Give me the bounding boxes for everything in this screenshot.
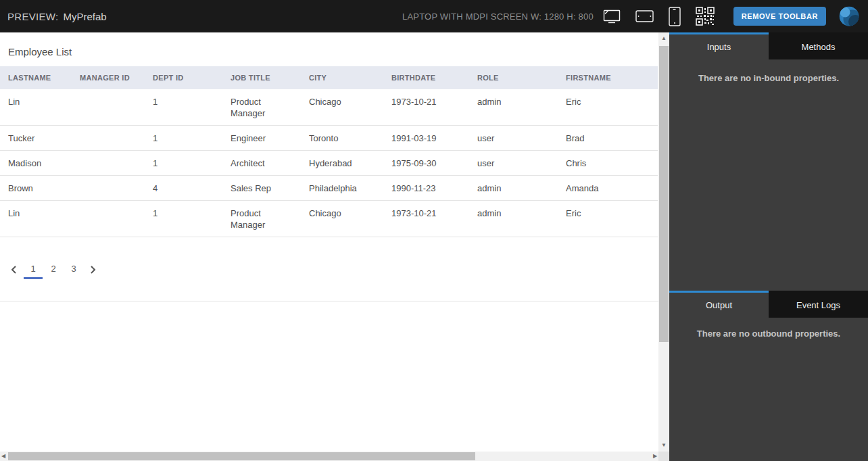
employee-list-widget: Employee List LASTNAMEMANAGER IDDEPT IDJ… — [0, 32, 658, 301]
toolbar-actions: REMOVE TOOLBAR — [603, 0, 863, 32]
table-row[interactable]: Tucker1EngineerToronto1991-03-19userBrad — [0, 126, 658, 151]
output-section: Output Event Logs There are no outbound … — [669, 291, 868, 461]
inputs-section: Inputs Methods There are no in-bound pro… — [669, 32, 868, 291]
column-header[interactable]: DEPT ID — [145, 66, 222, 89]
table-cell: admin — [469, 201, 558, 237]
table-cell — [72, 201, 145, 237]
table-cell: Chicago — [301, 89, 383, 126]
device-switcher — [603, 7, 715, 26]
table-cell: 1 — [145, 201, 222, 237]
scroll-up-arrow-icon[interactable]: ▲ — [658, 36, 669, 41]
table-cell: Product Manager — [222, 201, 301, 237]
scroll-down-arrow-icon[interactable]: ▼ — [658, 443, 669, 448]
vertical-scrollbar[interactable]: ▲ ▼ — [658, 32, 669, 452]
table-cell: Eric — [558, 89, 658, 126]
inputs-empty-message: There are no in-bound properties. — [669, 73, 868, 83]
table-cell: Lin — [0, 201, 72, 237]
tab-event-logs[interactable]: Event Logs — [769, 291, 868, 318]
page-button-1[interactable]: 1 — [24, 261, 43, 279]
tab-methods[interactable]: Methods — [769, 32, 868, 59]
preview-title: PREVIEW: MyPrefab — [7, 11, 107, 22]
table-cell: Amanda — [558, 176, 658, 201]
table-cell: 1 — [145, 126, 222, 151]
table-cell: 1991-03-19 — [383, 126, 469, 151]
table-cell — [72, 89, 145, 126]
column-header[interactable]: MANAGER ID — [72, 66, 145, 89]
table-cell: Architect — [222, 151, 301, 176]
pagination-next-button[interactable] — [84, 260, 101, 279]
tab-inputs[interactable]: Inputs — [669, 32, 769, 59]
output-eventlogs-tabs: Output Event Logs — [669, 291, 868, 318]
table-cell: user — [469, 126, 558, 151]
phone-icon[interactable] — [669, 7, 681, 26]
table-cell: Chicago — [301, 201, 383, 237]
table-cell: Brown — [0, 176, 72, 201]
column-header[interactable]: LASTNAME — [0, 66, 72, 89]
remove-toolbar-button[interactable]: REMOVE TOOLBAR — [733, 7, 826, 26]
vertical-scrollbar-thumb[interactable] — [659, 46, 669, 342]
tablet-icon[interactable] — [635, 10, 654, 22]
scroll-left-arrow-icon[interactable]: ◀ — [0, 452, 7, 461]
pagination-prev-button[interactable] — [5, 260, 23, 279]
column-header[interactable]: FIRSTNAME — [558, 66, 658, 89]
table-cell: admin — [469, 89, 558, 126]
inputs-methods-tabs: Inputs Methods — [669, 32, 868, 59]
table-cell: 1973-10-21 — [383, 89, 469, 126]
preview-window: PREVIEW: MyPrefab LAPTOP WITH MDPI SCREE… — [0, 0, 868, 461]
scrollbar-corner — [658, 452, 669, 461]
laptop-icon[interactable] — [603, 9, 621, 24]
table-row[interactable]: Madison1ArchitectHyderabad1975-09-30user… — [0, 151, 658, 176]
prefab-name: MyPrefab — [63, 11, 106, 22]
table-cell: admin — [469, 176, 558, 201]
table-cell: Engineer — [222, 126, 301, 151]
table-row[interactable]: Lin1Product ManagerChicago1973-10-21admi… — [0, 89, 658, 126]
table-title: Employee List — [0, 32, 658, 66]
table-cell: Eric — [558, 201, 658, 237]
output-empty-message: There are no outbound properties. — [669, 329, 868, 339]
table-cell: user — [469, 151, 558, 176]
table-cell: Sales Rep — [222, 176, 301, 201]
table-cell: Toronto — [301, 126, 383, 151]
table-cell: 1 — [145, 89, 222, 126]
employee-table: LASTNAMEMANAGER IDDEPT IDJOB TITLECITYBI… — [0, 66, 658, 237]
table-row[interactable]: Lin1Product ManagerChicago1973-10-21admi… — [0, 201, 658, 237]
table-cell: 1975-09-30 — [383, 151, 469, 176]
table-cell — [72, 151, 145, 176]
horizontal-scrollbar-thumb[interactable] — [8, 452, 475, 460]
table-cell: Tucker — [0, 126, 72, 151]
column-header[interactable]: BIRTHDATE — [383, 66, 469, 89]
properties-panel: Inputs Methods There are no in-bound pro… — [669, 32, 868, 461]
preview-toolbar: PREVIEW: MyPrefab LAPTOP WITH MDPI SCREE… — [0, 0, 868, 32]
table-cell: Lin — [0, 89, 72, 126]
pagination: 123 — [5, 260, 658, 279]
preview-label: PREVIEW: — [7, 11, 58, 22]
column-header[interactable]: ROLE — [469, 66, 558, 89]
prefab-preview-pane: Employee List LASTNAMEMANAGER IDDEPT IDJ… — [0, 32, 669, 461]
table-cell: 1 — [145, 151, 222, 176]
qr-code-icon[interactable] — [696, 7, 715, 26]
prefab-content: Employee List LASTNAMEMANAGER IDDEPT IDJ… — [0, 32, 658, 452]
scroll-right-arrow-icon[interactable]: ▶ — [652, 452, 658, 461]
tab-output[interactable]: Output — [669, 291, 769, 318]
table-cell: Brad — [558, 126, 658, 151]
table-cell: 1973-10-21 — [383, 201, 469, 237]
table-row[interactable]: Brown4Sales RepPhiladelphia1990-11-23adm… — [0, 176, 658, 201]
wavemaker-logo — [838, 5, 860, 27]
column-header[interactable]: CITY — [301, 66, 383, 89]
table-cell: 1990-11-23 — [383, 176, 469, 201]
table-cell: Philadelphia — [301, 176, 383, 201]
table-header-row: LASTNAMEMANAGER IDDEPT IDJOB TITLECITYBI… — [0, 66, 658, 89]
table-cell — [72, 176, 145, 201]
page-button-3[interactable]: 3 — [64, 261, 83, 279]
main-area: Employee List LASTNAMEMANAGER IDDEPT IDJ… — [0, 32, 868, 461]
horizontal-scrollbar[interactable]: ◀ ▶ — [0, 452, 658, 461]
page-button-2[interactable]: 2 — [44, 261, 63, 279]
column-header[interactable]: JOB TITLE — [222, 66, 301, 89]
device-info-label: LAPTOP WITH MDPI SCREEN W: 1280 H: 800 — [402, 0, 594, 32]
table-cell: Madison — [0, 151, 72, 176]
table-cell: Product Manager — [222, 89, 301, 126]
table-cell — [72, 126, 145, 151]
table-cell: 4 — [145, 176, 222, 201]
table-cell: Chris — [558, 151, 658, 176]
table-cell: Hyderabad — [301, 151, 383, 176]
